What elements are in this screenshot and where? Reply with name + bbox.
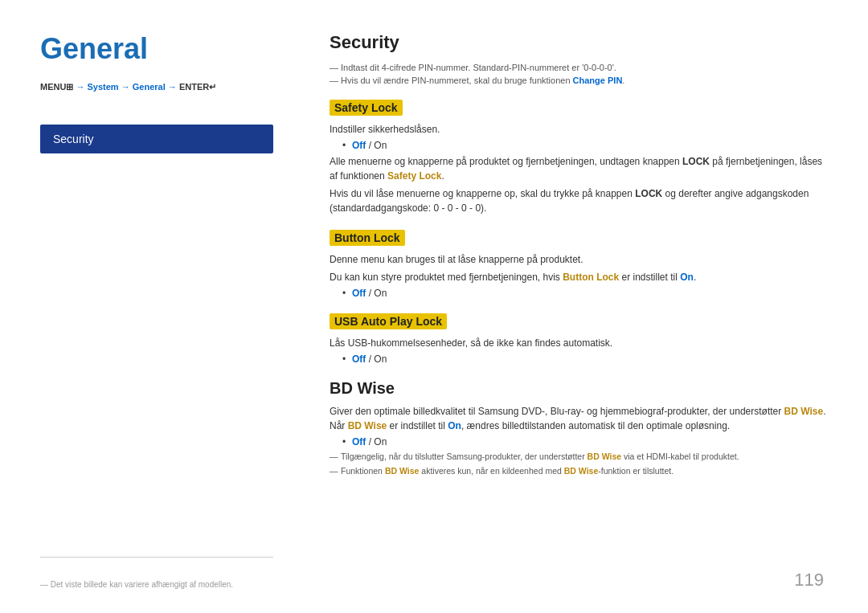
breadcrumb: MENU⊞ → System → General → ENTER↵ (40, 82, 273, 92)
bd-wise-option: Off / On (342, 436, 828, 447)
left-column: General MENU⊞ → System → General → ENTER… (40, 32, 297, 589)
breadcrumb-menu: MENU (40, 82, 66, 92)
usb-auto-play-lock-option: Off / On (342, 353, 828, 365)
button-lock-options: Off / On (342, 288, 828, 299)
usb-auto-play-lock-desc: Lås USB-hukommelsesenheder, så de ikke k… (330, 336, 828, 350)
safety-lock-options: Off / On (342, 140, 828, 151)
sidebar-item-label: Security (53, 133, 94, 145)
usb-auto-play-lock-options: Off / On (342, 353, 828, 365)
button-lock-desc-1: Denne menu kan bruges til at låse knappe… (330, 252, 828, 267)
pin-note-2: Hvis du vil ændre PIN-nummeret, skal du … (330, 76, 828, 85)
change-pin-link[interactable]: Change PIN (573, 76, 623, 85)
bd-wise-section: BD Wise Giver den optimale billedkvalite… (330, 379, 828, 476)
button-lock-section: Button Lock Denne menu kan bruges til at… (330, 230, 828, 299)
section-title: Security (330, 32, 828, 53)
safety-lock-desc-1: Indstiller sikkerhedslåsen. (330, 122, 828, 137)
usb-auto-play-lock-section: USB Auto Play Lock Lås USB-hukommelsesen… (330, 313, 828, 365)
button-lock-title: Button Lock (330, 230, 405, 246)
safety-lock-section: Safety Lock Indstiller sikkerhedslåsen. … (330, 100, 828, 215)
image-note: ― Det viste billede kan variere afhængig… (40, 580, 273, 589)
usb-auto-play-lock-title: USB Auto Play Lock (330, 313, 447, 329)
safety-lock-desc-2: Alle menuerne og knapperne på produktet … (330, 154, 828, 183)
sidebar-item-security[interactable]: Security (40, 125, 273, 153)
button-lock-option: Off / On (342, 288, 828, 299)
bd-wise-options: Off / On (342, 436, 828, 447)
safety-lock-title: Safety Lock (330, 100, 403, 116)
bd-wise-note-2: Funktionen BD Wise aktiveres kun, når en… (330, 465, 828, 477)
bd-wise-title: BD Wise (330, 379, 828, 398)
left-bottom: ― Det viste billede kan variere afhængig… (40, 557, 273, 589)
breadcrumb-arrow-2: → (121, 82, 133, 92)
right-column: Security Indtast dit 4-cifrede PIN-numme… (297, 32, 828, 589)
safety-lock-desc-3: Hvis du vil låse menuerne og knapperne o… (330, 186, 828, 215)
breadcrumb-enter-icon: ↵ (209, 82, 216, 92)
breadcrumb-enter: ENTER (179, 82, 209, 92)
bd-wise-desc: Giver den optimale billedkvalitet til Sa… (330, 404, 828, 433)
page-number: 119 (794, 570, 824, 591)
button-lock-desc-2: Du kan kun styre produktet med fjernbetj… (330, 270, 828, 284)
breadcrumb-general[interactable]: General (133, 82, 166, 92)
bd-wise-note-1: Tilgængelig, når du tilslutter Samsung-p… (330, 451, 828, 463)
breadcrumb-arrow-3: → (168, 82, 179, 92)
sidebar-menu: Security (40, 125, 273, 153)
breadcrumb-menu-icon: ⊞ (66, 82, 73, 92)
page-title: General (40, 32, 273, 66)
breadcrumb-arrow-1: → (76, 82, 87, 92)
pin-note-1: Indtast dit 4-cifrede PIN-nummer. Standa… (330, 63, 828, 72)
safety-lock-option: Off / On (342, 140, 828, 151)
breadcrumb-system[interactable]: System (88, 82, 119, 92)
